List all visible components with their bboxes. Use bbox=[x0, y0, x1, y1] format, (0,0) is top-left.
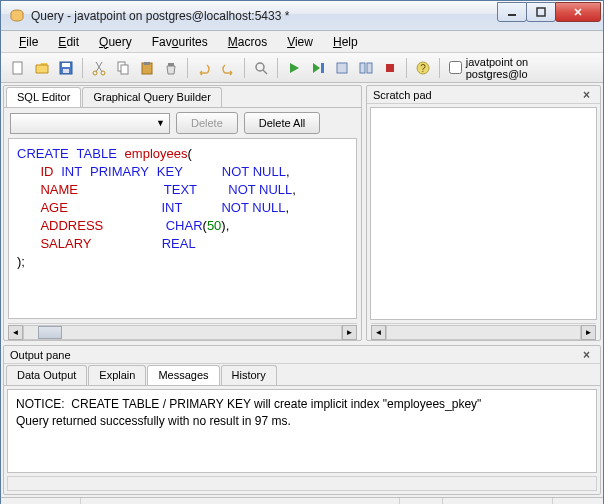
scratchpad-panel: Scratch pad × ◄ ► bbox=[366, 85, 601, 341]
prev-queries-dropdown[interactable]: ▼ bbox=[10, 113, 170, 134]
svg-point-7 bbox=[93, 71, 97, 75]
open-icon[interactable] bbox=[31, 57, 53, 79]
tab-explain[interactable]: Explain bbox=[88, 365, 146, 385]
menu-view[interactable]: View bbox=[279, 33, 321, 51]
scratchpad-textarea[interactable] bbox=[370, 107, 597, 320]
tab-messages[interactable]: Messages bbox=[147, 365, 219, 385]
toolbar: ? javatpoint on postgres@lo bbox=[1, 53, 603, 83]
title-bar[interactable]: Query - javatpoint on postgres@localhost… bbox=[1, 1, 603, 31]
scratchpad-title: Scratch pad bbox=[373, 89, 432, 101]
editor-hscroll[interactable]: ◄ ► bbox=[8, 323, 357, 340]
minimize-button[interactable] bbox=[497, 2, 527, 22]
close-button[interactable] bbox=[555, 2, 601, 22]
svg-rect-1 bbox=[508, 14, 516, 16]
menu-favourites[interactable]: Favourites bbox=[144, 33, 216, 51]
menu-edit[interactable]: Edit bbox=[50, 33, 87, 51]
menu-bar: File Edit Query Favourites Macros View H… bbox=[1, 31, 603, 53]
cut-icon[interactable] bbox=[88, 57, 110, 79]
redo-icon[interactable] bbox=[217, 57, 239, 79]
editor-panel: SQL Editor Graphical Query Builder ▼ Del… bbox=[3, 85, 362, 341]
svg-point-14 bbox=[256, 63, 264, 71]
svg-rect-19 bbox=[386, 64, 394, 72]
copy-icon[interactable] bbox=[112, 57, 134, 79]
db-checkbox[interactable] bbox=[449, 61, 462, 74]
svg-rect-17 bbox=[360, 63, 365, 73]
tab-data-output[interactable]: Data Output bbox=[6, 365, 87, 385]
window-title: Query - javatpoint on postgres@localhost… bbox=[31, 9, 498, 23]
scratchpad-close-icon[interactable]: × bbox=[579, 88, 594, 102]
svg-rect-18 bbox=[367, 63, 372, 73]
explain-analyze-icon[interactable] bbox=[355, 57, 377, 79]
scroll-thumb[interactable] bbox=[38, 326, 62, 339]
execute-pgscript-icon[interactable] bbox=[307, 57, 329, 79]
svg-rect-2 bbox=[537, 8, 545, 16]
execute-icon[interactable] bbox=[283, 57, 305, 79]
svg-rect-5 bbox=[62, 63, 70, 67]
maximize-button[interactable] bbox=[526, 2, 556, 22]
svg-rect-6 bbox=[63, 69, 69, 73]
svg-rect-3 bbox=[13, 62, 22, 74]
svg-rect-10 bbox=[121, 65, 128, 74]
tab-graphical-builder[interactable]: Graphical Query Builder bbox=[82, 87, 221, 107]
status-encoding: Unix bbox=[400, 498, 443, 504]
svg-rect-15 bbox=[321, 63, 324, 73]
menu-macros[interactable]: Macros bbox=[220, 33, 275, 51]
svg-rect-13 bbox=[168, 63, 174, 66]
delete-button[interactable]: Delete bbox=[176, 112, 238, 134]
status-time: 97 ms bbox=[553, 498, 603, 504]
menu-help[interactable]: Help bbox=[325, 33, 366, 51]
tab-sql-editor[interactable]: SQL Editor bbox=[6, 87, 81, 107]
window-controls bbox=[498, 2, 601, 24]
scratch-hscroll[interactable]: ◄ ► bbox=[371, 323, 596, 340]
output-tabs: Data Output Explain Messages History bbox=[4, 364, 600, 386]
svg-rect-16 bbox=[337, 63, 347, 73]
output-close-icon[interactable]: × bbox=[579, 348, 594, 362]
app-icon bbox=[9, 8, 25, 24]
paste-icon[interactable] bbox=[136, 57, 158, 79]
menu-query[interactable]: Query bbox=[91, 33, 140, 51]
database-selector[interactable]: javatpoint on postgres@lo bbox=[445, 56, 597, 80]
cancel-icon[interactable] bbox=[379, 57, 401, 79]
tab-history[interactable]: History bbox=[221, 365, 277, 385]
explain-icon[interactable] bbox=[331, 57, 353, 79]
help-icon[interactable]: ? bbox=[412, 57, 434, 79]
scroll-right-icon[interactable]: ► bbox=[342, 325, 357, 340]
scroll-left-icon[interactable]: ◄ bbox=[371, 325, 386, 340]
status-position: Ln 7 Col 3 Ch 186 bbox=[443, 498, 553, 504]
delete-all-button[interactable]: Delete All bbox=[244, 112, 320, 134]
save-icon[interactable] bbox=[55, 57, 77, 79]
undo-icon[interactable] bbox=[193, 57, 215, 79]
output-title: Output pane bbox=[10, 349, 71, 361]
query-window: Query - javatpoint on postgres@localhost… bbox=[0, 0, 604, 504]
menu-file[interactable]: File bbox=[11, 33, 46, 51]
output-pane: Output pane × Data Output Explain Messag… bbox=[3, 345, 601, 495]
status-bar: OK. Unix Ln 7 Col 3 Ch 186 97 ms bbox=[1, 497, 603, 504]
scroll-right-icon[interactable]: ► bbox=[581, 325, 596, 340]
scroll-left-icon[interactable]: ◄ bbox=[8, 325, 23, 340]
svg-rect-12 bbox=[144, 62, 150, 65]
sql-editor[interactable]: CREATE TABLE employees( ID INT PRIMARY K… bbox=[8, 138, 357, 319]
editor-tabs: SQL Editor Graphical Query Builder bbox=[4, 86, 361, 108]
status-ok: OK. bbox=[1, 498, 81, 504]
svg-point-8 bbox=[101, 71, 105, 75]
find-icon[interactable] bbox=[250, 57, 272, 79]
new-icon[interactable] bbox=[7, 57, 29, 79]
db-label: javatpoint on postgres@lo bbox=[466, 56, 593, 80]
status-spacer bbox=[81, 498, 400, 504]
svg-text:?: ? bbox=[420, 63, 426, 74]
clear-icon[interactable] bbox=[160, 57, 182, 79]
messages-area[interactable]: NOTICE: CREATE TABLE / PRIMARY KEY will … bbox=[7, 389, 597, 473]
output-hscroll[interactable] bbox=[7, 476, 597, 491]
